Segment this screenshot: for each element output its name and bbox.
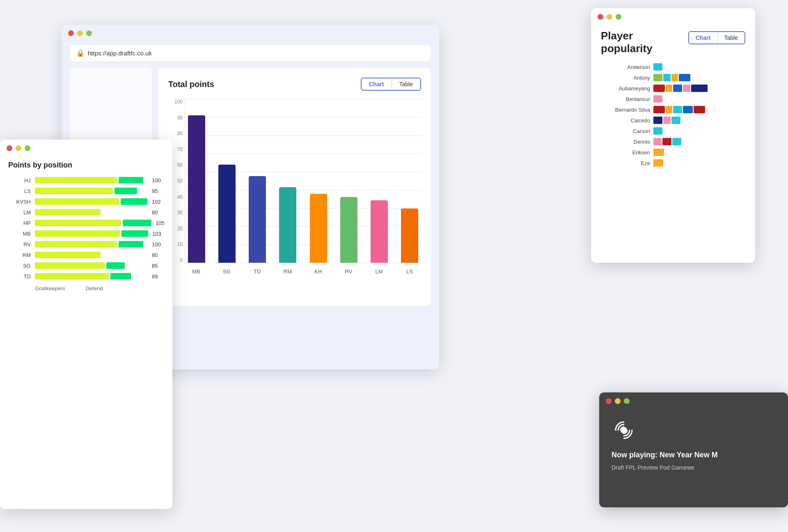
bar-chart-container: 0 10 20 30 40 50 60 70 80 90 100 [168, 99, 421, 280]
popularity-content: Playerpopularity Chart Table AndersonAnt… [591, 25, 755, 178]
points-row: HJ100 [8, 177, 164, 183]
bar-ls [401, 209, 418, 263]
row-value: 105 [156, 220, 168, 226]
player-bars [653, 74, 690, 81]
popularity-title: Playerpopularity [601, 30, 653, 55]
dot-green-np [624, 398, 630, 404]
player-name: Bentancur [601, 96, 650, 102]
pop-chart-btn[interactable]: Chart [689, 32, 717, 44]
player-bar-segment [683, 106, 693, 113]
yellow-bar [35, 241, 117, 248]
chart-toggle-btn[interactable]: Chart [362, 78, 392, 90]
row-bars [35, 241, 148, 248]
player-bars [653, 95, 662, 103]
yellow-bar [35, 252, 101, 258]
row-bars [35, 177, 148, 183]
player-bar-segment [653, 106, 665, 113]
pop-table-btn[interactable]: Table [717, 32, 744, 44]
player-name: Caicedo [601, 117, 650, 124]
bar-group [246, 99, 269, 263]
points-row: SG85 [8, 262, 164, 269]
player-row: Dennis [601, 138, 745, 145]
y-label-80: 80 [168, 131, 183, 136]
player-bar-segment [653, 127, 662, 135]
player-popularity-window: Playerpopularity Chart Table AndersonAnt… [591, 8, 755, 263]
yellow-bar [35, 273, 109, 280]
green-bar [115, 188, 137, 194]
now-playing-title: Now playing: New Year New M [612, 451, 718, 459]
bar-group [398, 99, 421, 263]
player-row: Carson [601, 127, 745, 135]
popularity-toggle[interactable]: Chart Table [688, 31, 745, 44]
player-bar-segment [653, 159, 663, 167]
points-row: RM80 [8, 252, 164, 258]
points-row: LM80 [8, 209, 164, 216]
green-bar [121, 230, 148, 237]
dot-green-main [86, 30, 92, 36]
player-bars [653, 106, 705, 113]
player-bar-segment [666, 85, 672, 92]
row-label: LM [8, 209, 31, 216]
points-content: Points by position HJ100LS95KVSH102LM80H… [0, 157, 172, 300]
x-label-kh: KH [307, 263, 330, 280]
bar-rm [279, 187, 296, 263]
now-playing-subtitle: Draft FPL Preview Pod Gamewe [612, 464, 694, 471]
player-bar-segment [653, 85, 665, 92]
green-bar [123, 220, 151, 226]
x-label-lm: LM [368, 263, 391, 280]
bar-sg [218, 165, 236, 263]
player-bar-segment [653, 95, 662, 103]
player-bars [653, 63, 662, 71]
row-label: KVSH [8, 199, 31, 205]
dot-yellow-main [77, 30, 83, 36]
dot-yellow-points [16, 145, 21, 151]
player-name: Eriksen [601, 149, 650, 156]
bar-rv [340, 197, 357, 263]
total-points-title: Total points [168, 80, 214, 89]
player-bar-segment [653, 149, 664, 156]
player-bar-segment [691, 85, 708, 92]
green-bar [110, 273, 131, 280]
row-label: TD [8, 273, 31, 280]
player-bar-segment [666, 106, 672, 113]
bar-mb [188, 115, 205, 263]
row-bars [35, 252, 148, 258]
x-label-td: TD [246, 263, 269, 280]
points-by-position-window: Points by position HJ100LS95KVSH102LM80H… [0, 140, 172, 509]
points-row: RV100 [8, 241, 164, 248]
row-label: RV [8, 241, 31, 248]
y-label-100: 100 [168, 99, 183, 105]
table-toggle-btn[interactable]: Table [392, 78, 420, 90]
bar-group [337, 99, 360, 263]
player-bar-segment [653, 138, 662, 145]
player-rows: AndersonAntonyAubameyangBentancurBernard… [601, 63, 745, 167]
address-bar[interactable]: 🔒 https://app.draftfc.co.uk [70, 45, 431, 61]
row-bars [35, 198, 148, 205]
main-browser-titlebar [62, 25, 439, 42]
points-row: LS95 [8, 188, 164, 194]
col-header-defend: Defend [86, 285, 103, 291]
chart-table-toggle[interactable]: Chart Table [361, 78, 421, 91]
total-points-panel: Total points Chart Table 0 10 20 30 40 5… [158, 68, 431, 306]
player-bar-segment [672, 138, 681, 145]
now-playing-body: Now playing: New Year New M Draft FPL Pr… [599, 410, 788, 479]
col-header-goalkeepers: Goalkeepers [35, 285, 65, 291]
row-value: 100 [152, 177, 164, 183]
player-row: Anderson [601, 63, 745, 71]
points-titlebar [0, 140, 172, 157]
dot-red-np [606, 398, 612, 404]
row-label: HP [8, 220, 31, 226]
yellow-bar [35, 220, 121, 226]
yellow-bar [35, 230, 120, 237]
bar-lm [371, 200, 388, 263]
x-label-rv: RV [337, 263, 360, 280]
row-value: 103 [152, 231, 165, 237]
player-name: Anderson [601, 64, 650, 70]
player-bars [653, 138, 681, 145]
row-bars [35, 220, 151, 226]
row-label: SG [8, 263, 31, 269]
green-bar [121, 198, 147, 205]
dot-red-pop [598, 14, 603, 20]
row-value: 100 [152, 241, 164, 248]
yellow-bar [35, 262, 105, 269]
